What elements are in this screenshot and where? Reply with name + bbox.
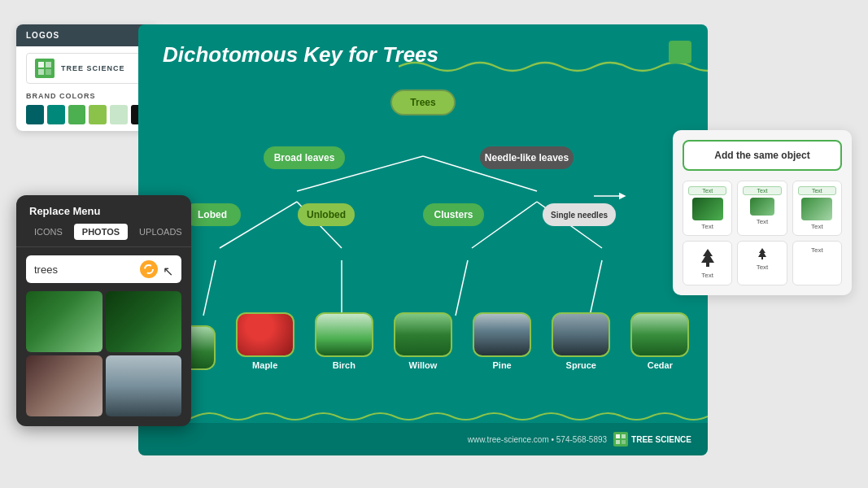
- color-swatches: [26, 105, 149, 124]
- cursor-icon: ↖: [163, 264, 173, 279]
- logo-name: TREE SCIENCE: [61, 64, 125, 72]
- object-thumb-3: [801, 198, 832, 220]
- photo-pine: [473, 312, 531, 357]
- label-willow: Willow: [409, 360, 438, 370]
- tree-item-willow: Willow: [394, 312, 452, 370]
- search-spinner-icon: [140, 260, 158, 278]
- green-accent-rect: [669, 41, 691, 63]
- object-cell-4-label: Text: [701, 272, 713, 279]
- svg-rect-3: [46, 69, 51, 75]
- photo-spruce: [552, 312, 610, 357]
- object-cell-5-label: Text: [757, 264, 769, 271]
- tree-item-pine: Pine: [473, 312, 531, 370]
- label-spruce: Spruce: [566, 360, 596, 370]
- photo-result-4[interactable]: [106, 355, 182, 416]
- tree-item-maple: Maple: [236, 312, 294, 370]
- svg-rect-16: [622, 434, 626, 438]
- photo-result-2[interactable]: [106, 291, 182, 352]
- svg-rect-2: [38, 69, 44, 75]
- add-same-object-panel: Add the same object Text Text Text Text …: [673, 130, 852, 295]
- label-cedar: Cedar: [648, 360, 673, 370]
- footer-logo-icon: [613, 432, 628, 447]
- object-cell-6-label: Text: [811, 246, 823, 254]
- node-unlobed: Unlobed: [298, 203, 355, 226]
- object-cell-4[interactable]: Text: [683, 241, 732, 285]
- object-cell-1-label: Text: [688, 186, 726, 195]
- slide-container: Dichotomous Key for Trees: [138, 24, 708, 455]
- node-lobed: Lobed: [184, 203, 241, 226]
- brand-colors-label: BRAND COLORS: [26, 92, 149, 100]
- photo-maple: [236, 312, 294, 357]
- photo-result-3[interactable]: [26, 355, 103, 416]
- swatch-5[interactable]: [110, 105, 128, 124]
- label-pine: Pine: [493, 360, 512, 370]
- object-cell-1[interactable]: Text Text: [683, 181, 732, 236]
- tree-item-birch: Birch: [315, 312, 373, 370]
- photo-birch: [315, 312, 373, 357]
- svg-rect-15: [616, 434, 620, 438]
- footer-brand-name: TREE SCIENCE: [631, 435, 691, 444]
- object-thumb-1: [692, 198, 723, 220]
- wavy-decoration: [399, 59, 708, 75]
- swatch-2[interactable]: [47, 105, 65, 124]
- node-clusters: Clusters: [423, 203, 484, 226]
- photo-cedar: [630, 312, 689, 357]
- svg-rect-1: [46, 62, 51, 68]
- object-thumb-2: [750, 198, 774, 216]
- object-grid-row1: Text Text Text Text Text Text: [683, 181, 842, 236]
- svg-rect-18: [622, 440, 626, 444]
- slide-footer: www.tree-science.com • 574-568-5893 TREE…: [138, 423, 708, 455]
- object-cell-6[interactable]: Text: [792, 241, 842, 285]
- add-same-object-button[interactable]: Add the same object: [683, 140, 842, 171]
- replace-menu-panel[interactable]: Replace Menu ICONS PHOTOS UPLOADS trees …: [16, 195, 191, 426]
- object-cell-3-label: Text: [798, 186, 836, 195]
- swatch-3[interactable]: [68, 105, 86, 124]
- svg-point-19: [145, 265, 153, 273]
- brand-panel: LOGOS TREE SCIENCE BRAND COLORS: [16, 24, 159, 131]
- object-cell-2-sublabel: Text: [757, 218, 769, 225]
- search-value: trees: [34, 264, 135, 276]
- footer-logo: TREE SCIENCE: [613, 432, 691, 447]
- footer-contact: www.tree-science.com • 574-568-5893: [468, 435, 607, 444]
- logo-row: TREE SCIENCE: [26, 53, 149, 84]
- object-cell-3[interactable]: Text Text: [792, 181, 842, 236]
- node-broad-leaves: Broad leaves: [264, 146, 345, 169]
- brand-logos-section: TREE SCIENCE BRAND COLORS: [16, 46, 159, 131]
- tree-icon-large: [696, 246, 719, 269]
- replace-menu-title: Replace Menu: [16, 195, 191, 224]
- photo-grid: [16, 291, 191, 426]
- object-grid-row2: Text Text Text: [683, 241, 842, 285]
- tree-item-spruce: Spruce: [552, 312, 610, 370]
- svg-rect-0: [38, 62, 44, 68]
- photo-result-1[interactable]: [26, 291, 103, 352]
- svg-rect-17: [616, 440, 620, 444]
- tab-photos[interactable]: PHOTOS: [74, 224, 128, 240]
- node-single-needles: Single needles: [543, 203, 616, 226]
- object-cell-2-label: Text: [743, 186, 781, 195]
- object-cell-3-sublabel: Text: [811, 223, 823, 230]
- swatch-1[interactable]: [26, 105, 44, 124]
- object-cell-2[interactable]: Text Text: [737, 181, 787, 236]
- logo-icon: [35, 59, 55, 78]
- replace-menu-tabs: ICONS PHOTOS UPLOADS: [16, 224, 191, 247]
- node-trees: Trees: [390, 89, 456, 115]
- tree-icon-small: [755, 246, 770, 261]
- brand-panel-header: LOGOS: [16, 24, 159, 46]
- wavy-bottom-decoration: [138, 410, 708, 423]
- object-cell-1-sublabel: Text: [701, 223, 713, 230]
- tree-diagram: Trees Broad leaves Needle-like leaves Lo…: [138, 89, 708, 415]
- label-maple: Maple: [252, 360, 277, 370]
- node-needle-leaves: Needle-like leaves: [480, 146, 574, 169]
- tab-uploads[interactable]: UPLOADS: [131, 224, 190, 240]
- tab-icons[interactable]: ICONS: [26, 224, 71, 240]
- tree-item-cedar: Cedar: [630, 312, 689, 370]
- search-bar: trees ↖: [26, 255, 181, 283]
- object-cell-5[interactable]: Text: [737, 241, 787, 285]
- label-birch: Birch: [333, 360, 355, 370]
- photo-willow: [394, 312, 452, 357]
- swatch-4[interactable]: [89, 105, 107, 124]
